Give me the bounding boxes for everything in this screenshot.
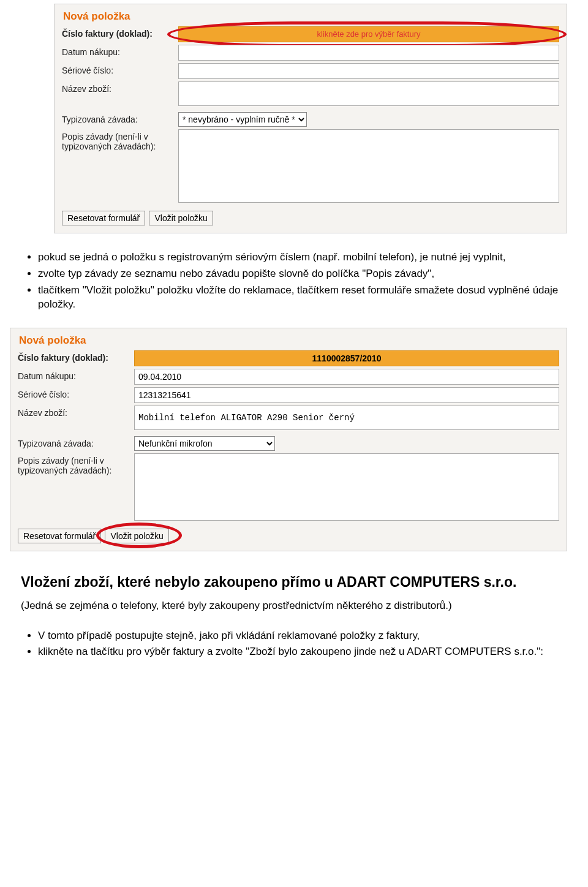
type-label: Typizovaná závada: <box>18 436 134 448</box>
submit-button[interactable]: Vložit položku <box>105 529 168 543</box>
name-input[interactable] <box>134 406 559 430</box>
bullet-item: klikněte na tlačítku pro výběr faktury a… <box>38 645 567 659</box>
panel-title: Nová položka <box>63 10 559 23</box>
serial-label: Sériové číslo: <box>18 387 134 399</box>
name-input[interactable] <box>178 81 559 106</box>
instructions-block-2: V tomto případě postupujte stejně, jako … <box>21 629 567 660</box>
invoice-label: Číslo faktury (doklad): <box>18 350 134 363</box>
bullet-item: zvolte typ závady ze seznamu nebo závadu… <box>38 267 567 281</box>
invoice-selector-button[interactable]: 1110002857/2010 <box>134 350 559 366</box>
bullet-item: tlačítkem "Vložit položku" položku vloží… <box>38 284 567 312</box>
date-label: Datum nákupu: <box>62 45 178 57</box>
bullet-item: V tomto případě postupujte stejně, jako … <box>38 629 567 643</box>
defect-type-select[interactable]: Nefunkční mikrofon <box>134 436 275 451</box>
serial-input[interactable] <box>134 387 559 403</box>
defect-desc-textarea[interactable] <box>134 453 559 521</box>
desc-label: Popis závady (není-li v typizovaných záv… <box>18 453 134 475</box>
submit-button[interactable]: Vložit položku <box>149 211 213 225</box>
date-input[interactable] <box>178 45 559 61</box>
date-label: Datum nákupu: <box>18 369 134 381</box>
invoice-selector-button[interactable]: klikněte zde pro výběr faktury <box>178 26 559 42</box>
name-label: Název zboží: <box>62 81 178 94</box>
defect-desc-textarea[interactable] <box>178 129 559 203</box>
reset-button[interactable]: Resetovat formulář <box>18 529 101 543</box>
defect-type-select[interactable]: * nevybráno - vyplním ručně * <box>178 112 307 127</box>
serial-input[interactable] <box>178 63 559 79</box>
serial-label: Sériové číslo: <box>62 63 178 75</box>
instructions-block-1: pokud se jedná o položku s registrovaným… <box>21 251 567 312</box>
new-item-panel-empty: Nová položka Číslo faktury (doklad): kli… <box>54 4 567 233</box>
section-subtext: (Jedná se zejména o telefony, které byly… <box>21 600 567 612</box>
new-item-panel-filled: Nová položka Číslo faktury (doklad): 111… <box>10 328 567 551</box>
panel-title: Nová položka <box>19 334 559 347</box>
date-input[interactable] <box>134 369 559 385</box>
type-label: Typizovaná závada: <box>62 112 178 124</box>
reset-button[interactable]: Resetovat formulář <box>62 211 145 225</box>
name-label: Název zboží: <box>18 406 134 418</box>
invoice-label: Číslo faktury (doklad): <box>62 26 178 39</box>
section-heading: Vložení zboží, které nebylo zakoupeno př… <box>21 573 567 591</box>
bullet-item: pokud se jedná o položku s registrovaným… <box>38 251 567 265</box>
desc-label: Popis závady (není-li v typizovaných záv… <box>62 129 178 151</box>
